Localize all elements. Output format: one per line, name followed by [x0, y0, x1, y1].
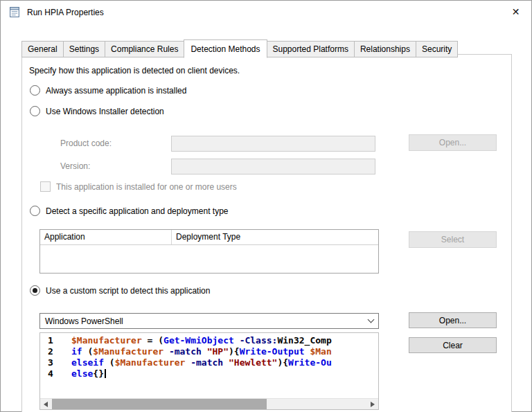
version-input: [171, 159, 375, 174]
radio-specific-application-label: Detect a specific application and deploy…: [46, 206, 229, 216]
application-table-body[interactable]: [40, 245, 378, 273]
radio-specific-application[interactable]: Detect a specific application and deploy…: [30, 206, 229, 216]
radio-circle[interactable]: [30, 285, 40, 296]
text-cursor: [105, 369, 106, 378]
radio-circle[interactable]: [30, 85, 40, 96]
properties-icon: [9, 6, 21, 18]
column-header-deployment-type[interactable]: Deployment Type: [172, 230, 245, 244]
radio-custom-script-label: Use a custom script to detect this appli…: [46, 286, 210, 296]
code-line: 2if ($Manufacturer -match "HP"){Write-Ou…: [40, 346, 378, 357]
scroll-thumb[interactable]: [52, 399, 267, 409]
radio-always-assume[interactable]: Always assume application is installed: [30, 85, 186, 96]
horizontal-scrollbar[interactable]: [40, 398, 378, 409]
installed-for-users-label: This application is installed for one or…: [56, 182, 237, 192]
radio-circle[interactable]: [30, 206, 40, 216]
radio-windows-installer[interactable]: Use Windows Installer detection: [30, 106, 164, 116]
radio-custom-script[interactable]: Use a custom script to detect this appli…: [30, 285, 210, 296]
tab-supported-platforms[interactable]: Supported Platforms: [267, 41, 355, 57]
detection-methods-page: Specify how this application is detected…: [21, 54, 512, 412]
tab-compliance-rules[interactable]: Compliance Rules: [105, 41, 184, 57]
checkbox-box: [40, 181, 51, 192]
script-code[interactable]: 1$Manufacturer = (Get-WmiObject -Class:W…: [40, 335, 378, 398]
line-number: 1: [40, 335, 71, 346]
application-table-header: Application Deployment Type: [40, 230, 378, 245]
scroll-left-arrow-icon[interactable]: [40, 399, 51, 409]
code-line: 3elseif ($Manufacturer -match "Hewlett")…: [40, 357, 378, 368]
msi-open-button: Open...: [409, 134, 497, 151]
product-code-label: Product code:: [60, 138, 112, 148]
installed-for-users-checkbox: This application is installed for one or…: [40, 181, 237, 192]
line-number: 3: [40, 357, 71, 368]
column-header-application[interactable]: Application: [40, 230, 172, 244]
scroll-right-arrow-icon[interactable]: [367, 399, 378, 409]
application-table: Application Deployment Type: [39, 229, 379, 274]
product-code-input: [171, 136, 375, 152]
window-title: Run HPIA Properties: [27, 8, 104, 17]
script-language-dropdown[interactable]: Windows PowerShell: [39, 313, 379, 329]
tab-strip: GeneralSettingsCompliance RulesDetection…: [21, 39, 457, 57]
radio-always-assume-label: Always assume application is installed: [46, 86, 186, 96]
title-bar: Run HPIA Properties ✕: [1, 1, 531, 24]
script-editor[interactable]: 1$Manufacturer = (Get-WmiObject -Class:W…: [39, 332, 379, 410]
line-number: 4: [40, 368, 71, 379]
chevron-down-icon[interactable]: [363, 314, 378, 328]
script-open-button[interactable]: Open...: [409, 312, 497, 328]
instruction-text: Specify how this application is detected…: [29, 66, 240, 75]
script-clear-button[interactable]: Clear: [409, 337, 497, 353]
close-icon[interactable]: ✕: [500, 1, 531, 23]
line-number: 2: [40, 346, 71, 357]
tab-detection-methods[interactable]: Detection Methods: [184, 39, 267, 58]
version-label: Version:: [60, 161, 90, 171]
script-language-selected: Windows PowerShell: [45, 316, 123, 326]
select-button: Select: [409, 231, 497, 248]
tab-security[interactable]: Security: [416, 41, 458, 57]
properties-dialog: Run HPIA Properties ✕ GeneralSettingsCom…: [0, 0, 532, 412]
code-line: 4else{}: [40, 368, 378, 379]
tab-general[interactable]: General: [21, 41, 64, 57]
tab-settings[interactable]: Settings: [63, 41, 105, 57]
radio-circle[interactable]: [30, 106, 40, 116]
tab-relationships[interactable]: Relationships: [354, 41, 416, 57]
code-line: 1$Manufacturer = (Get-WmiObject -Class:W…: [40, 335, 378, 346]
radio-windows-installer-label: Use Windows Installer detection: [46, 107, 164, 116]
